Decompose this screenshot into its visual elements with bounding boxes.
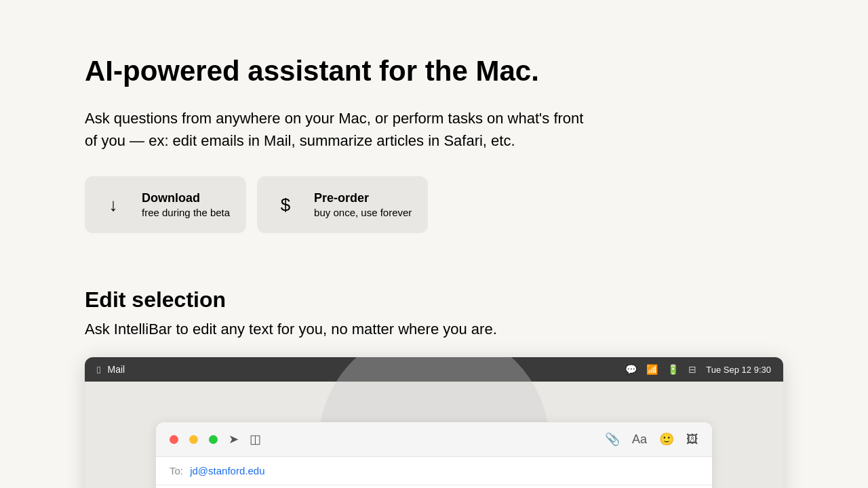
- download-button[interactable]: ↓ Download free during the beta: [85, 176, 246, 233]
- preorder-btn-label: Pre-order: [314, 190, 412, 206]
- photo-icon[interactable]: 🖼: [686, 432, 698, 447]
- edit-section: Edit selection Ask IntelliBar to edit an…: [0, 287, 868, 488]
- download-btn-sublabel: free during the beta: [142, 206, 230, 220]
- email-compose: ➤ ◫ 📎 Aa 🙂 🖼 To: jd@stanford.edu: [156, 422, 712, 488]
- minimize-dot[interactable]: [189, 435, 198, 444]
- wifi-icon: 📶: [646, 364, 658, 375]
- mac-titlebar-right: 💬 📶 🔋 ⊟ Tue Sep 12 9:30: [625, 364, 771, 375]
- subject-field: Subject: Yo, need more time for the proj…: [156, 485, 712, 488]
- hero-subtitle: Ask questions from anywhere on your Mac,…: [85, 107, 593, 152]
- messages-icon: 💬: [625, 364, 637, 375]
- download-btn-label: Download: [142, 190, 230, 206]
- maximize-dot[interactable]: [209, 435, 218, 444]
- edit-section-title: Edit selection: [85, 287, 783, 312]
- download-icon: ↓: [96, 187, 131, 222]
- note-icon[interactable]: ◫: [250, 432, 261, 447]
- email-toolbar-right: 📎 Aa 🙂 🖼: [605, 432, 698, 447]
- edit-section-subtitle: Ask IntelliBar to edit any text for you,…: [85, 321, 783, 338]
- mac-window-body: ➤ ◫ 📎 Aa 🙂 🖼 To: jd@stanford.edu: [85, 382, 783, 488]
- attachment-icon[interactable]: 📎: [605, 432, 620, 447]
- dollar-icon: $: [268, 187, 303, 222]
- main-content: AI-powered assistant for the Mac. Ask qu…: [0, 0, 868, 233]
- control-center-icon: ⊟: [688, 364, 696, 375]
- app-name: Mail: [107, 364, 125, 375]
- format-icon[interactable]: Aa: [632, 432, 647, 447]
- preorder-btn-text: Pre-order buy once, use forever: [314, 190, 412, 220]
- preorder-button[interactable]: $ Pre-order buy once, use forever: [257, 176, 428, 233]
- mac-titlebar-left:  Mail: [97, 364, 125, 375]
- emoji-icon[interactable]: 🙂: [659, 432, 674, 447]
- close-dot[interactable]: [170, 435, 178, 444]
- mac-window:  Mail 💬 📶 🔋 ⊟ Tue Sep 12 9:30: [85, 357, 783, 488]
- to-value[interactable]: jd@stanford.edu: [190, 465, 264, 476]
- send-icon[interactable]: ➤: [229, 432, 239, 447]
- date-time: Tue Sep 12 9:30: [706, 365, 771, 375]
- hero-title: AI-powered assistant for the Mac.: [85, 54, 783, 88]
- to-field: To: jd@stanford.edu: [156, 457, 712, 485]
- to-label: To:: [170, 465, 183, 476]
- email-toolbar: ➤ ◫ 📎 Aa 🙂 🖼: [156, 422, 712, 457]
- preorder-btn-sublabel: buy once, use forever: [314, 206, 412, 220]
- apple-logo-icon: : [97, 364, 100, 375]
- battery-icon: 🔋: [667, 364, 679, 375]
- email-toolbar-left: ➤ ◫: [170, 432, 261, 447]
- cta-buttons-row: ↓ Download free during the beta $ Pre-or…: [85, 176, 783, 233]
- download-btn-text: Download free during the beta: [142, 190, 230, 220]
